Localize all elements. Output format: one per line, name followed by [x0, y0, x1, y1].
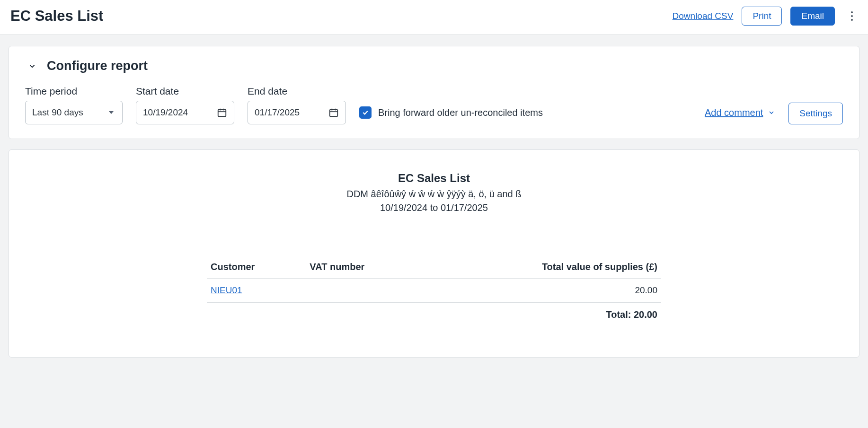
vat-cell	[306, 279, 425, 303]
time-period-field: Time period Last 90 days	[25, 86, 123, 124]
col-customer: Customer	[207, 256, 306, 279]
print-button[interactable]: Print	[742, 7, 782, 26]
col-total: Total value of supplies (£)	[425, 256, 661, 279]
bring-forward-label: Bring forward older un-reconciled items	[378, 107, 543, 118]
header-actions: Download CSV Print Email	[673, 7, 858, 26]
table-row: NIEU0120.00	[207, 279, 661, 303]
end-date-value: 01/17/2025	[255, 107, 300, 118]
report-title: EC Sales List	[18, 172, 850, 185]
more-options-button[interactable]	[846, 9, 858, 23]
start-date-input[interactable]: 10/19/2024	[136, 101, 234, 124]
configure-report-header[interactable]: Configure report	[28, 59, 843, 73]
page-title: EC Sales List	[10, 8, 103, 25]
end-date-field: End date 01/17/2025	[248, 86, 346, 124]
customer-link[interactable]: NIEU01	[211, 285, 242, 295]
report-card: EC Sales List DDM âêîôûŵŷ ẃ ŵ ẃ ẁ ŷÿýỳ ä…	[9, 149, 859, 358]
report-header: EC Sales List DDM âêîôûŵŷ ẃ ŵ ẃ ẁ ŷÿýỳ ä…	[18, 172, 850, 213]
page-header: EC Sales List Download CSV Print Email	[0, 0, 868, 35]
email-button[interactable]: Email	[790, 7, 835, 26]
report-total: Total: 20.00	[207, 303, 661, 327]
col-vat: VAT number	[306, 256, 425, 279]
end-date-label: End date	[248, 86, 346, 97]
chevron-down-icon	[768, 109, 775, 116]
chevron-down-icon	[28, 62, 36, 70]
report-table: Customer VAT number Total value of suppl…	[207, 256, 661, 327]
add-comment-label: Add comment	[705, 107, 763, 118]
download-csv-link[interactable]: Download CSV	[673, 11, 734, 21]
svg-rect-0	[218, 110, 226, 117]
bring-forward-field: Bring forward older un-reconciled items	[359, 101, 543, 124]
report-table-wrap: Customer VAT number Total value of suppl…	[207, 256, 661, 327]
start-date-value: 10/19/2024	[143, 107, 188, 118]
end-date-input[interactable]: 01/17/2025	[248, 101, 346, 124]
start-date-field: Start date 10/19/2024	[136, 86, 234, 124]
bring-forward-checkbox[interactable]	[359, 106, 372, 119]
check-icon	[362, 109, 369, 116]
settings-button[interactable]: Settings	[788, 103, 843, 124]
svg-rect-4	[330, 110, 338, 117]
time-period-label: Time period	[25, 86, 123, 97]
time-period-select[interactable]: Last 90 days	[25, 101, 123, 124]
start-date-label: Start date	[136, 86, 234, 97]
configure-report-card: Configure report Time period Last 90 day…	[9, 46, 859, 139]
report-subtitle: DDM âêîôûŵŷ ẃ ŵ ẃ ẁ ŷÿýỳ ä, ö, ü and ß	[18, 189, 850, 200]
caret-down-icon	[109, 111, 114, 114]
total-cell: 20.00	[425, 279, 661, 303]
configure-report-title: Configure report	[47, 59, 148, 73]
configure-report-row: Time period Last 90 days Start date 10/1…	[25, 86, 843, 124]
report-date-range: 10/19/2024 to 01/17/2025	[18, 202, 850, 213]
add-comment-link[interactable]: Add comment	[705, 101, 775, 124]
time-period-value: Last 90 days	[32, 107, 83, 118]
calendar-icon	[328, 107, 339, 118]
calendar-icon	[217, 107, 227, 118]
